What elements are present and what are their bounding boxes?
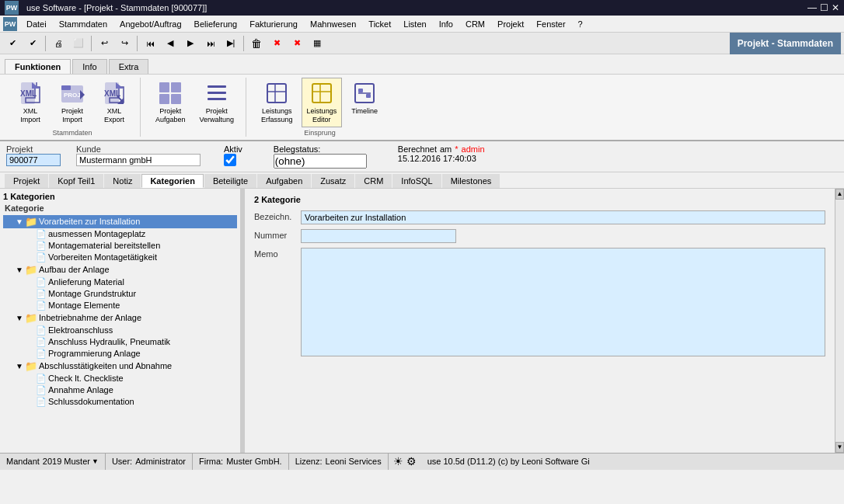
proj-import-icon: PROJ bbox=[60, 81, 85, 106]
tb-delete[interactable]: 🗑 bbox=[247, 35, 266, 52]
tab-infosql[interactable]: InfoSQL bbox=[392, 174, 441, 188]
tb-grid[interactable]: ▦ bbox=[308, 35, 326, 52]
rib-proj-aufgaben[interactable]: ProjektAufgaben bbox=[150, 78, 191, 127]
mandant-dropdown[interactable]: 2019 Muster ▼ bbox=[43, 457, 99, 466]
tree-item-vorbereiten[interactable]: ▶ 📄 Vorbereiten Montagetätigkeit bbox=[3, 252, 237, 263]
tb-print[interactable]: 🖨 bbox=[49, 35, 68, 52]
scroll-down-button[interactable]: ▼ bbox=[835, 442, 844, 453]
menu-mahnwesen[interactable]: Mahnwesen bbox=[304, 18, 362, 30]
tab-aufgaben[interactable]: Aufgaben bbox=[257, 174, 311, 188]
tab-notiz[interactable]: Notiz bbox=[104, 174, 141, 188]
expand-abschluss[interactable]: ▼ bbox=[14, 362, 25, 370]
tab-beteiligte[interactable]: Beteiligte bbox=[204, 174, 256, 188]
tree-item-abschluss[interactable]: ▼ 📁 Abschlusstätigkeiten und Abnahme bbox=[3, 360, 237, 373]
berechnet-row: Berechnet am * admin bbox=[398, 144, 485, 154]
nummer-input[interactable] bbox=[301, 229, 456, 243]
close-button[interactable]: ✕ bbox=[832, 2, 839, 13]
scroll-track[interactable] bbox=[835, 200, 844, 442]
menu-help[interactable]: ? bbox=[572, 18, 589, 30]
menu-stammdaten[interactable]: Stammdaten bbox=[53, 18, 113, 30]
toolbar: ✔ ✔ 🖨 ⬜ ↩ ↪ ⏮ ◀ ▶ ⏭ ▶| 🗑 ✖ ✖ ▦ Projekt -… bbox=[0, 33, 844, 54]
tree-item-anlieferung[interactable]: ▶ 📄 Anlieferung Material bbox=[3, 276, 237, 288]
rib-xml-import[interactable]: XML XMLImport bbox=[11, 78, 50, 127]
menu-fakturierung[interactable]: Fakturierung bbox=[243, 18, 304, 30]
tree-item-montage-grundstruktur[interactable]: ▶ 📄 Montage Grundstruktur bbox=[3, 288, 237, 300]
tb-next[interactable]: ▶ bbox=[181, 35, 200, 52]
tb-close2[interactable]: ✖ bbox=[288, 35, 306, 52]
tb-check1[interactable]: ✔ bbox=[3, 35, 22, 52]
tree-item-montage-elemente[interactable]: ▶ 📄 Montage Elemente bbox=[3, 300, 237, 311]
tree-item-programmierung[interactable]: ▶ 📄 Programmierung Anlage bbox=[3, 348, 237, 360]
maximize-button[interactable]: ☐ bbox=[820, 2, 828, 13]
tb-prev[interactable]: ◀ bbox=[161, 35, 180, 52]
tb-check2[interactable]: ✔ bbox=[23, 35, 42, 52]
tab-milestones[interactable]: Milestones bbox=[442, 174, 500, 188]
window-controls[interactable]: — ☐ ✕ bbox=[807, 2, 839, 13]
menu-info[interactable]: Info bbox=[433, 18, 459, 30]
menu-datei[interactable]: Datei bbox=[20, 18, 53, 30]
titlebar: PW use Software - [Projekt - Stammdaten … bbox=[0, 0, 844, 16]
aktiv-checkbox[interactable] bbox=[224, 154, 236, 166]
projekt-input[interactable] bbox=[6, 154, 61, 166]
right-scrollbar[interactable]: ▲ ▼ bbox=[835, 189, 844, 453]
rib-proj-verwaltung[interactable]: ProjektVerwaltung bbox=[194, 78, 240, 127]
scroll-up-button[interactable]: ▲ bbox=[835, 189, 844, 200]
memo-textarea[interactable] bbox=[301, 248, 825, 356]
tb-forward[interactable]: ↪ bbox=[115, 35, 134, 52]
tab-projekt[interactable]: Projekt bbox=[5, 174, 48, 188]
tb-play[interactable]: ▶| bbox=[221, 35, 240, 52]
tree-item-schlussdokumentation[interactable]: ▶ 📄 Schlussdokumentation bbox=[3, 396, 237, 408]
mandant-label: Mandant bbox=[6, 457, 40, 466]
tab-extra[interactable]: Extra bbox=[109, 59, 149, 74]
tb-back[interactable]: ↩ bbox=[95, 35, 113, 52]
tab-crm[interactable]: CRM bbox=[355, 174, 392, 188]
belegstatus-input[interactable] bbox=[274, 154, 367, 169]
tree-item-vorarbeiten[interactable]: ▼ 📁 Vorarbeiten zur Installation bbox=[3, 215, 237, 228]
bezeichn-row: Bezeichn. bbox=[254, 210, 825, 224]
tree-item-elektroanschluss[interactable]: ▶ 📄 Elektroanschluss bbox=[3, 325, 237, 336]
settings-icon[interactable]: ⚙ bbox=[406, 455, 417, 468]
tb-last[interactable]: ⏭ bbox=[201, 35, 220, 52]
menu-ticket[interactable]: Ticket bbox=[362, 18, 397, 30]
tab-kopf-teil1[interactable]: Kopf Teil1 bbox=[49, 174, 103, 188]
kunde-input[interactable] bbox=[76, 154, 201, 166]
rib-proj-import[interactable]: PROJ ProjektImport bbox=[53, 78, 92, 127]
tree-label-montage-elemente: Montage Elemente bbox=[48, 301, 120, 310]
minimize-button[interactable]: — bbox=[807, 2, 817, 13]
tab-info[interactable]: Info bbox=[72, 59, 106, 74]
tree-item-montagematerial[interactable]: ▶ 📄 Montagematerial bereitstellen bbox=[3, 240, 237, 252]
menu-fenster[interactable]: Fenster bbox=[530, 18, 571, 30]
aktiv-label: Aktiv bbox=[224, 144, 242, 154]
tree-item-check[interactable]: ▶ 📄 Check lt. Checkliste bbox=[3, 373, 237, 384]
tb-first[interactable]: ⏮ bbox=[141, 35, 159, 52]
rib-timeline[interactable]: Timeline bbox=[345, 78, 384, 119]
tab-zusatz[interactable]: Zusatz bbox=[312, 174, 354, 188]
menu-angebot[interactable]: Angebot/Auftrag bbox=[113, 18, 188, 30]
expand-aufbau[interactable]: ▼ bbox=[14, 266, 25, 274]
tb-close[interactable]: ✖ bbox=[267, 35, 286, 52]
rib-leistungs-editor[interactable]: LeistungsEditor bbox=[302, 78, 343, 127]
tree-label-vorarbeiten: Vorarbeiten zur Installation bbox=[39, 217, 140, 226]
menu-projekt[interactable]: Projekt bbox=[491, 18, 530, 30]
file-icon-vorbereiten: 📄 bbox=[36, 252, 47, 262]
tree-item-ausmessen[interactable]: ▶ 📄 ausmessen Montageplatz bbox=[3, 228, 237, 240]
expand-vorarbeiten[interactable]: ▼ bbox=[14, 217, 25, 226]
bezeichn-input[interactable] bbox=[301, 210, 825, 224]
tree-item-inbetriebnahme[interactable]: ▼ 📁 Inbetriebnahme der Anlage bbox=[3, 311, 237, 325]
tab-funktionen[interactable]: Funktionen bbox=[5, 59, 71, 74]
menu-crm[interactable]: CRM bbox=[459, 18, 491, 30]
expand-inbetriebnahme[interactable]: ▼ bbox=[14, 314, 25, 322]
tree-item-annahme[interactable]: ▶ 📄 Annahme Anlage bbox=[3, 384, 237, 396]
rib-leistungs-erfassung[interactable]: LeistungsErfassung bbox=[256, 78, 298, 127]
rib-xml-export[interactable]: XML XMLExport bbox=[95, 78, 134, 127]
tree-item-aufbau[interactable]: ▼ 📁 Aufbau der Anlage bbox=[3, 263, 237, 276]
tab-kategorien[interactable]: Kategorien bbox=[141, 174, 203, 188]
rib-timeline-label: Timeline bbox=[351, 107, 378, 116]
svg-text:XML: XML bbox=[20, 89, 37, 98]
tb-square[interactable]: ⬜ bbox=[69, 35, 88, 52]
xml-export-icon: XML bbox=[102, 81, 127, 106]
tree-item-hydraulik[interactable]: ▶ 📄 Anschluss Hydraulik, Pneumatik bbox=[3, 336, 237, 348]
menu-belieferung[interactable]: Belieferung bbox=[188, 18, 244, 30]
xml-import-icon: XML bbox=[18, 81, 43, 106]
menu-listen[interactable]: Listen bbox=[397, 18, 432, 30]
